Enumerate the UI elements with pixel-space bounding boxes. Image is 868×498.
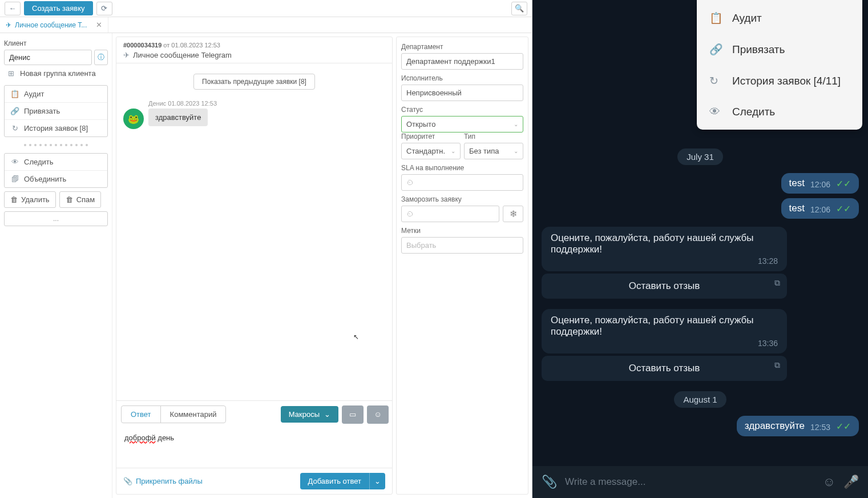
date-separator: August 1	[674, 391, 726, 408]
attach-icon: 📎	[123, 477, 132, 485]
tab-comment[interactable]: Комментарий	[161, 406, 226, 423]
double-check-icon: ✓✓	[836, 203, 851, 214]
department-select[interactable]: Департамент поддержки1	[401, 53, 523, 70]
status-select[interactable]: Открыто⌄	[401, 116, 523, 132]
tg-out-message[interactable]: здравствуйте 12:53 ✓✓	[737, 416, 859, 436]
close-icon[interactable]: ✕	[96, 21, 102, 29]
create-ticket-button[interactable]: Создать заявку	[24, 1, 93, 15]
tab-answer[interactable]: Ответ	[122, 406, 161, 423]
tg-message-input[interactable]	[565, 476, 815, 488]
ticket-id-line: #0000034319 от 01.08.2023 12:53	[123, 42, 385, 49]
pager-dots	[4, 140, 108, 150]
clipboard-icon: 📋	[709, 11, 722, 25]
tab-title: Личное сообщение Т...	[15, 21, 87, 29]
eye-icon: 👁	[709, 106, 722, 118]
kb-button[interactable]: ▭	[342, 405, 364, 424]
double-check-icon: ✓✓	[836, 421, 851, 432]
priority-select[interactable]: Стандартн.⌄	[401, 143, 461, 159]
tg-menu-audit[interactable]: 📋 Аудит	[697, 2, 862, 34]
tags-select[interactable]: Выбрать	[401, 237, 523, 254]
tg-menu-watch[interactable]: 👁 Следить	[697, 97, 862, 127]
sidebar-item-link[interactable]: 🔗 Привязать	[5, 103, 107, 120]
more-button[interactable]: ...	[4, 211, 108, 226]
spam-icon: 🗑	[66, 195, 73, 204]
attach-files[interactable]: 📎 Прикрепить файлы	[123, 477, 203, 485]
external-icon: ⧉	[774, 278, 780, 288]
show-previous-button[interactable]: Показать предыдущие заявки [8]	[193, 74, 315, 90]
chevron-down-icon: ⌄	[514, 121, 518, 127]
date-separator: July 31	[677, 148, 723, 165]
add-reply-dropdown[interactable]: ⌄	[369, 473, 385, 489]
client-label: Клиент	[4, 39, 108, 47]
priority-label: Приоритет	[401, 132, 461, 140]
sidebar-item-history[interactable]: ↻ История заявок [8]	[5, 120, 107, 136]
tg-menu-history[interactable]: ↻ История заявок [4/11]	[697, 65, 862, 97]
tags-label: Метки	[401, 227, 523, 235]
refresh-button[interactable]: ⟳	[96, 2, 112, 15]
external-icon: ⧉	[774, 360, 780, 370]
reply-editor[interactable]: доброфй день	[116, 428, 392, 468]
client-name-input[interactable]: Денис	[4, 50, 92, 65]
freeze-select[interactable]: ⏲	[401, 206, 499, 222]
mic-icon[interactable]: 🎤	[843, 475, 859, 489]
emoji-button[interactable]: ☺	[367, 405, 389, 424]
history-icon: ↻	[709, 74, 722, 87]
eye-icon: 👁	[10, 158, 19, 166]
chevron-down-icon: ⌄	[324, 410, 330, 419]
book-icon: ▭	[349, 410, 356, 419]
message-meta: Денис 01.08.2023 12:53	[148, 100, 385, 107]
emoji-icon[interactable]: ☺	[823, 475, 835, 489]
link-icon: 🔗	[10, 107, 19, 115]
chevron-down-icon: ⌄	[451, 148, 455, 154]
tab-ticket[interactable]: ✈ Личное сообщение Т... ✕	[0, 17, 108, 33]
chevron-down-icon: ⌄	[514, 148, 518, 154]
freeze-label: Заморозить заявку	[401, 195, 523, 203]
type-label: Тип	[464, 132, 523, 140]
department-label: Департамент	[401, 43, 523, 51]
tg-in-message[interactable]: Оцените, пожалуйста, работу нашей службы…	[542, 227, 787, 271]
assignee-label: Исполнитель	[401, 74, 523, 82]
assignee-select[interactable]: Неприсвоенный	[401, 85, 523, 101]
sidebar-item-audit[interactable]: 📋 Аудит	[5, 86, 107, 103]
snowflake-icon: ❄	[510, 208, 517, 219]
history-icon: ↻	[10, 124, 19, 132]
clock-icon: ⏲	[406, 178, 414, 187]
tg-review-button[interactable]: ⧉ Оставить отзыв	[542, 274, 787, 299]
avatar: 🐸	[123, 109, 144, 129]
sidebar-item-watch[interactable]: 👁 Следить	[5, 154, 107, 171]
attach-icon[interactable]: 📎	[542, 475, 557, 489]
status-label: Статус	[401, 106, 523, 114]
type-select[interactable]: Без типа⌄	[464, 143, 523, 159]
ticket-title: ✈ Личное сообщение Telegram	[123, 51, 385, 59]
info-icon[interactable]: ⓘ	[94, 50, 108, 65]
tg-in-message[interactable]: Оцените, пожалуйста, работу нашей службы…	[542, 309, 787, 354]
spam-button[interactable]: 🗑 Спам	[59, 191, 102, 208]
sidebar-item-merge[interactable]: 🗐 Объединить	[5, 171, 107, 187]
search-button[interactable]: 🔍	[511, 2, 527, 15]
sla-select[interactable]: ⏲	[401, 174, 523, 191]
clock-icon: ⏲	[406, 210, 414, 218]
back-button[interactable]: ←	[5, 2, 21, 15]
merge-icon: 🗐	[10, 175, 19, 183]
double-check-icon: ✓✓	[836, 178, 851, 189]
delete-button[interactable]: 🗑 Удалить	[4, 191, 56, 208]
link-icon: 🔗	[709, 43, 722, 56]
trash-icon: 🗑	[10, 195, 18, 204]
new-client-group[interactable]: ⊞ Новая группа клиента	[4, 65, 108, 82]
telegram-icon: ✈	[123, 51, 130, 59]
smile-icon: ☺	[374, 410, 382, 419]
sla-label: SLA на выполнение	[401, 164, 523, 172]
macros-button[interactable]: Макросы ⌄	[281, 406, 338, 423]
group-icon: ⊞	[6, 69, 15, 78]
add-reply-button[interactable]: Добавить ответ	[300, 473, 369, 489]
tg-out-message[interactable]: test 12:06 ✓✓	[781, 198, 859, 219]
tg-context-menu: 📋 Аудит 🔗 Привязать ↻ История заявок [4/…	[697, 0, 862, 130]
tg-menu-link[interactable]: 🔗 Привязать	[697, 34, 862, 65]
message-bubble: здравствуйте	[148, 109, 208, 126]
cursor-icon: ↖	[353, 333, 359, 341]
telegram-icon: ✈	[6, 21, 11, 29]
tg-review-button[interactable]: ⧉ Оставить отзыв	[542, 356, 787, 381]
clipboard-icon: 📋	[10, 90, 19, 98]
freeze-button[interactable]: ❄	[503, 206, 523, 222]
tg-out-message[interactable]: test 12:06 ✓✓	[781, 173, 859, 194]
